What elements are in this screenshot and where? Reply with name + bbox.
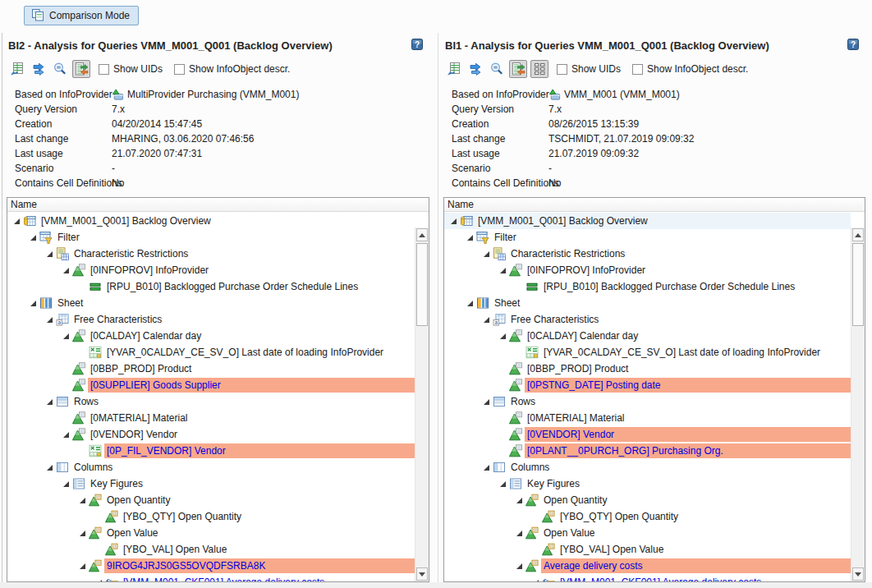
scrollbar-thumb[interactable]	[416, 243, 428, 326]
export-excel-button[interactable]	[8, 60, 26, 78]
tree-row[interactable]: [0MATERIAL] Material	[444, 410, 851, 426]
tree-row[interactable]: aFree Characteristics	[7, 311, 415, 328]
expand-collapse-icon[interactable]	[514, 528, 525, 539]
scroll-up-button[interactable]	[852, 228, 864, 241]
tree-row[interactable]: Filter	[444, 229, 851, 246]
search-button[interactable]	[488, 60, 506, 78]
tree-row[interactable]: [0BBP_PROD] Product	[444, 361, 851, 377]
vertical-scrollbar[interactable]	[851, 227, 865, 581]
tree-row[interactable]: [0VENDOR] Vendor	[7, 426, 415, 443]
tree-row[interactable]: Filter	[7, 229, 415, 246]
expand-collapse-icon[interactable]	[11, 216, 22, 227]
tree-row[interactable]: fx[VMM_M001_CKF001] Average delivery cos…	[444, 574, 851, 581]
transfer-button[interactable]	[466, 60, 484, 78]
show-uids-checkbox[interactable]: Show UIDs	[557, 63, 621, 75]
tree-row[interactable]: Characteristic Restrictions	[7, 246, 415, 262]
expand-collapse-icon[interactable]	[481, 397, 492, 407]
scroll-up-button[interactable]	[416, 228, 428, 241]
transfer-button[interactable]	[30, 60, 48, 78]
help-button[interactable]: ?	[411, 39, 423, 50]
expand-collapse-icon[interactable]	[28, 298, 39, 309]
expand-collapse-icon[interactable]	[514, 495, 525, 506]
expand-collapse-icon[interactable]	[77, 561, 88, 572]
expand-collapse-icon[interactable]	[61, 265, 71, 276]
tree-row[interactable]: Characteristic Restrictions	[444, 246, 851, 262]
tree-row[interactable]: 9IROG4JRJS0GS5OVQDFSRBA8K	[7, 558, 415, 574]
expand-collapse-icon[interactable]	[514, 561, 525, 572]
expand-collapse-icon[interactable]	[465, 232, 475, 243]
tree-row[interactable]: [0PSTNG_DATE] Posting date	[444, 377, 851, 393]
tree-row[interactable]: Key Figures	[444, 475, 851, 492]
expand-collapse-icon[interactable]	[44, 397, 55, 407]
tree-row[interactable]: Open Value	[444, 525, 851, 541]
expand-collapse-icon[interactable]	[465, 298, 475, 309]
tree-row[interactable]: Key Figures	[7, 475, 415, 492]
tree-row[interactable]: [YVAR_0CALDAY_CE_SV_O] Last date of load…	[7, 344, 415, 361]
expand-collapse-icon[interactable]	[61, 331, 71, 342]
scroll-down-button[interactable]	[416, 567, 428, 581]
tree-row[interactable]: [0INFOPROV] InfoProvider	[7, 262, 415, 278]
expand-collapse-icon[interactable]	[481, 315, 492, 325]
expand-collapse-icon[interactable]	[448, 216, 459, 227]
expand-collapse-icon[interactable]	[481, 249, 492, 260]
scroll-down-button[interactable]	[852, 567, 864, 581]
expand-collapse-icon[interactable]	[94, 577, 104, 582]
tree-row[interactable]: [0VENDOR] Vendor	[444, 426, 851, 443]
vertical-scrollbar[interactable]	[415, 227, 429, 581]
checkbox-box[interactable]	[174, 64, 185, 75]
expand-collapse-icon[interactable]	[61, 479, 71, 489]
tree-row[interactable]: [YBO_VAL] Open Value	[7, 541, 415, 558]
checkbox-box[interactable]	[632, 64, 643, 75]
tree-row[interactable]: Rows	[7, 393, 415, 410]
tree-row[interactable]: [YBO_QTY] Open Quantity	[444, 508, 851, 525]
expand-collapse-icon[interactable]	[61, 430, 71, 440]
expand-collapse-icon[interactable]	[530, 577, 541, 582]
expand-collapse-icon[interactable]	[44, 462, 55, 473]
tree-row[interactable]: [0MATERIAL] Material	[7, 410, 415, 426]
show-uids-checkbox[interactable]: Show UIDs	[99, 63, 163, 75]
compare-view-button[interactable]	[72, 60, 90, 78]
show-infoobject-descr-checkbox[interactable]: Show InfoObject descr.	[174, 63, 290, 75]
tree-row[interactable]: [VMM_M001_Q001] Backlog Overview	[444, 213, 851, 229]
search-button[interactable]	[51, 60, 69, 78]
grid-view-button[interactable]	[530, 60, 548, 78]
tree-row[interactable]: Open Quantity	[7, 492, 415, 508]
tree-row[interactable]: [0CALDAY] Calendar day	[444, 328, 851, 344]
tree-row[interactable]: Rows	[444, 393, 851, 410]
expand-collapse-icon[interactable]	[77, 528, 88, 539]
scrollbar-thumb[interactable]	[852, 243, 864, 326]
tree-row[interactable]: Average delivery costs	[444, 558, 851, 574]
tree-row[interactable]: Sheet	[444, 295, 851, 311]
tree-column-header[interactable]: Name	[444, 198, 865, 212]
tree-row[interactable]: Columns	[7, 459, 415, 475]
expand-collapse-icon[interactable]	[28, 232, 39, 243]
tree-column-header[interactable]: Name	[7, 198, 429, 212]
tree-row[interactable]: aFree Characteristics	[444, 311, 851, 328]
tree-row[interactable]: [VMM_M001_Q001] Backlog Overview	[7, 213, 415, 229]
expand-collapse-icon[interactable]	[498, 331, 508, 342]
checkbox-box[interactable]	[99, 64, 109, 75]
tree-row[interactable]: Sheet	[7, 295, 415, 311]
tree-row[interactable]: [0P_FIL_VENDOR] Vendor	[7, 443, 415, 459]
tree-row[interactable]: [YBO_QTY] Open Quantity	[7, 508, 415, 525]
expand-collapse-icon[interactable]	[44, 315, 55, 325]
tree-row[interactable]: Open Quantity	[444, 492, 851, 508]
expand-collapse-icon[interactable]	[44, 249, 55, 260]
tree-row[interactable]: [RPU_B010] Backlogged Purchase Order Sch…	[7, 278, 415, 295]
tree-row[interactable]: [RPU_B010] Backlogged Purchase Order Sch…	[444, 278, 851, 295]
help-button[interactable]: ?	[847, 39, 859, 50]
compare-view-button[interactable]	[509, 60, 527, 78]
export-excel-button[interactable]	[445, 60, 463, 78]
tree-row[interactable]: fx[VMM_M001_CKF001] Average delivery cos…	[7, 574, 415, 581]
tree-row[interactable]: Open Value	[7, 525, 415, 541]
tree-row[interactable]: [YBO_VAL] Open Value	[444, 541, 851, 558]
show-infoobject-descr-checkbox[interactable]: Show InfoObject descr.	[632, 63, 748, 75]
tree-row[interactable]: [0CALDAY] Calendar day	[7, 328, 415, 344]
expand-collapse-icon[interactable]	[498, 479, 508, 489]
tree-row[interactable]: [0INFOPROV] InfoProvider	[444, 262, 851, 278]
comparison-mode-button[interactable]: Comparison Mode	[24, 6, 139, 25]
tree-row[interactable]: Columns	[444, 459, 851, 475]
expand-collapse-icon[interactable]	[481, 462, 492, 473]
checkbox-box[interactable]	[557, 64, 567, 75]
tree-row[interactable]: [YVAR_0CALDAY_CE_SV_O] Last date of load…	[444, 344, 851, 361]
